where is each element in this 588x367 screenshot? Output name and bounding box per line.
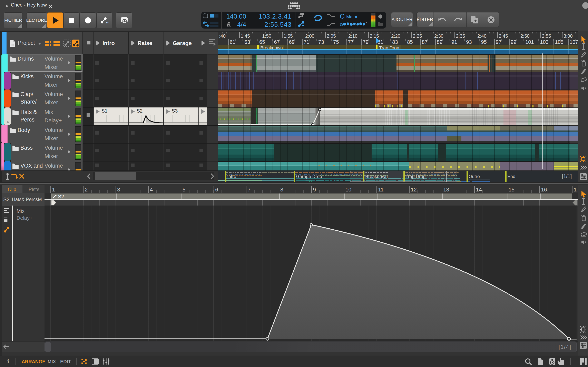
svg-text:w: w xyxy=(106,20,108,24)
